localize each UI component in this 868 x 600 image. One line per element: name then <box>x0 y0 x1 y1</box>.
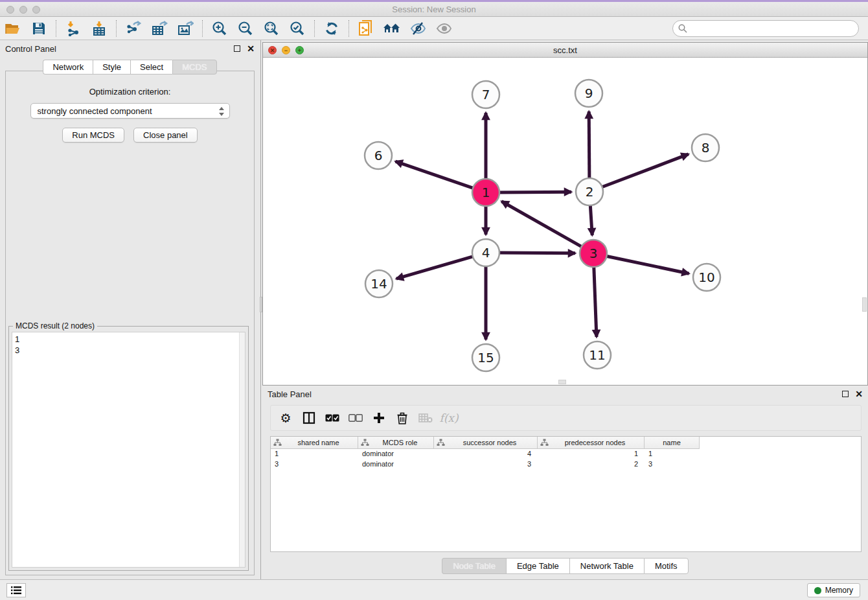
network-canvas[interactable]: 1234678910111415 <box>263 58 867 385</box>
delete-row-icon[interactable] <box>393 408 412 428</box>
node-label-11: 11 <box>589 347 605 363</box>
cell-successor-nodes[interactable]: 3 <box>434 459 538 470</box>
fx-label: f(x) <box>439 411 458 424</box>
cell-predecessor-nodes[interactable]: 1 <box>538 449 645 459</box>
mcds-result-title: MCDS result (2 nodes) <box>13 321 97 330</box>
edge-1-2[interactable] <box>498 192 571 192</box>
close-table-panel-icon[interactable]: ✕ <box>855 391 863 397</box>
tab-select[interactable]: Select <box>130 60 172 75</box>
cell-name[interactable]: 3 <box>645 459 700 470</box>
zoom-out-icon[interactable] <box>234 19 257 38</box>
table-header-row: shared nameMCDS rolesuccessor nodesprede… <box>271 437 861 449</box>
toolbar-separator <box>314 20 315 37</box>
zoom-selected-icon[interactable] <box>286 19 308 38</box>
task-history-button[interactable] <box>6 583 26 597</box>
tab-network[interactable]: Network <box>43 60 93 75</box>
save-session-icon[interactable] <box>28 19 50 38</box>
run-mcds-button[interactable]: Run MCDS <box>62 128 124 143</box>
criterion-dropdown[interactable]: strongly connected component <box>30 103 230 119</box>
table-body: 1dominator4113dominator323 <box>271 449 861 470</box>
import-table-icon[interactable] <box>88 19 110 38</box>
tab-network-table[interactable]: Network Table <box>569 558 644 574</box>
canvas-vertical-scroll-handle[interactable] <box>862 297 867 312</box>
memory-status-icon <box>814 587 821 594</box>
table-settings-icon[interactable]: ⚙ <box>276 408 295 428</box>
mcds-tab-content: Optimization criterion: strongly connect… <box>5 71 255 575</box>
tab-node-table[interactable]: Node Table <box>442 558 506 574</box>
column-header-shared-name[interactable]: shared name <box>271 437 358 449</box>
export-network-icon[interactable] <box>122 19 144 38</box>
edge-1-6[interactable] <box>395 161 474 189</box>
edge-2-9[interactable] <box>589 111 589 179</box>
mcds-result-line: 1 <box>15 334 242 345</box>
column-header-predecessor-nodes[interactable]: predecessor nodes <box>538 437 645 449</box>
edge-2-8[interactable] <box>601 154 689 187</box>
cell-shared-name[interactable]: 3 <box>271 459 358 470</box>
control-panel-title: Control Panel <box>5 44 234 54</box>
import-network-icon[interactable] <box>62 19 84 38</box>
node-label-14: 14 <box>371 276 387 292</box>
close-panel-button[interactable]: Close panel <box>133 128 198 143</box>
hide-selected-icon[interactable] <box>407 19 429 38</box>
float-panel-icon[interactable] <box>234 45 240 52</box>
table-row-2[interactable]: 3dominator323 <box>271 459 861 470</box>
edge-3-10[interactable] <box>606 256 689 273</box>
column-header-MCDS-role[interactable]: MCDS role <box>358 437 434 449</box>
deselect-all-icon[interactable] <box>346 408 365 428</box>
edge-3-11[interactable] <box>594 266 597 337</box>
zoom-in-icon[interactable] <box>209 19 231 38</box>
tab-mcds[interactable]: MCDS <box>172 60 216 75</box>
clone-network-icon[interactable] <box>355 19 377 38</box>
cell-name[interactable]: 1 <box>645 449 700 459</box>
search-input[interactable] <box>672 20 859 37</box>
table-tabs: Node Table Edge Table Network Table Moti… <box>262 558 868 574</box>
window-title: Session: New Session <box>0 5 868 14</box>
zoom-fit-icon[interactable] <box>260 19 282 38</box>
status-bar: Memory <box>0 579 868 600</box>
close-panel-icon[interactable]: ✕ <box>247 45 255 52</box>
edge-4-14[interactable] <box>396 256 474 279</box>
column-header-successor-nodes[interactable]: successor nodes <box>434 437 538 449</box>
float-table-panel-icon[interactable] <box>842 391 849 397</box>
select-all-icon[interactable] <box>323 408 342 428</box>
result-scrollbar[interactable] <box>239 332 245 567</box>
export-image-icon[interactable] <box>174 19 196 38</box>
toolbar-separator <box>348 20 349 37</box>
memory-button[interactable]: Memory <box>807 583 860 597</box>
window-titlebar: Session: New Session <box>0 0 868 17</box>
show-all-icon[interactable] <box>433 19 455 38</box>
open-session-icon[interactable] <box>2 19 24 38</box>
table-panel-header: Table Panel ✕ <box>262 386 868 402</box>
cell-MCDS-role[interactable]: dominator <box>358 449 434 459</box>
show-columns-icon[interactable] <box>299 408 319 428</box>
mcds-result-list[interactable]: 13 <box>12 332 246 568</box>
cell-predecessor-nodes[interactable]: 2 <box>538 459 645 470</box>
cell-shared-name[interactable]: 1 <box>271 449 358 459</box>
first-neighbors-icon[interactable] <box>381 19 403 38</box>
tab-style[interactable]: Style <box>93 60 130 75</box>
network-window-titlebar[interactable]: ✕ − + scc.txt <box>263 43 867 58</box>
tab-motifs[interactable]: Motifs <box>644 558 689 574</box>
edge-3-1[interactable] <box>501 202 582 248</box>
edge-4-3[interactable] <box>498 253 575 253</box>
table-row-1[interactable]: 1dominator411 <box>271 449 861 459</box>
edge-2-3[interactable] <box>590 204 592 235</box>
tab-edge-table[interactable]: Edge Table <box>506 558 569 574</box>
node-label-9: 9 <box>585 86 593 101</box>
node-label-8: 8 <box>702 140 710 156</box>
main-toolbar <box>0 17 868 40</box>
add-row-icon[interactable] <box>369 408 389 428</box>
network-graph[interactable]: 1234678910111415 <box>263 58 867 385</box>
column-header-name[interactable]: name <box>645 437 700 449</box>
column-header-label: successor nodes <box>445 439 534 446</box>
cell-MCDS-role[interactable]: dominator <box>358 459 434 470</box>
mcds-result-line: 3 <box>15 345 242 356</box>
node-table[interactable]: shared nameMCDS rolesuccessor nodesprede… <box>270 436 862 552</box>
list-icon <box>11 586 21 595</box>
cell-successor-nodes[interactable]: 4 <box>434 449 538 459</box>
table-panel-title: Table Panel <box>268 389 842 399</box>
canvas-horizontal-scroll-handle[interactable] <box>558 380 566 384</box>
export-table-icon[interactable] <box>148 19 170 38</box>
refresh-layout-icon[interactable] <box>321 19 343 38</box>
control-panel-header: Control Panel ✕ <box>0 40 260 57</box>
